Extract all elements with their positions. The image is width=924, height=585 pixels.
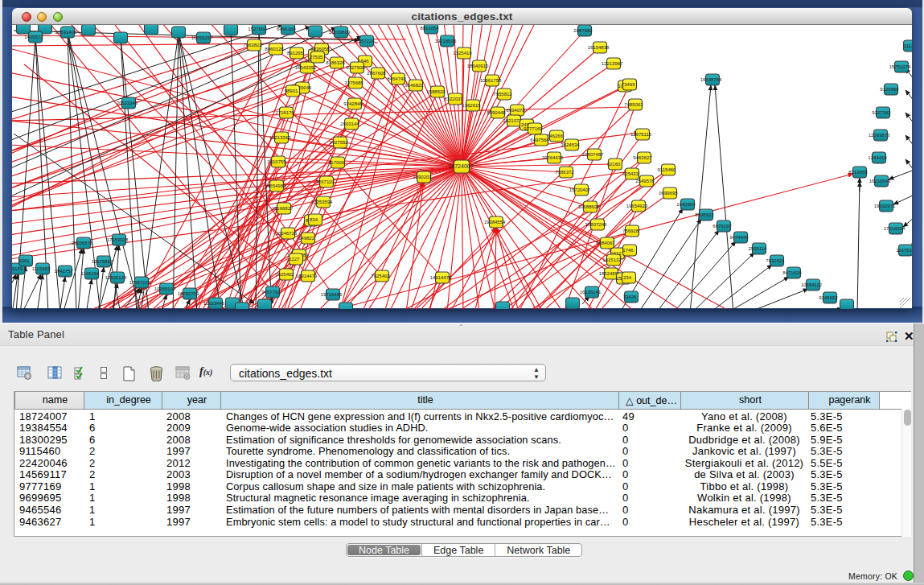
svg-text:13975867: 13975867: [92, 259, 113, 264]
svg-text:17016504: 17016504: [884, 226, 906, 231]
svg-text:1588520: 1588520: [426, 89, 446, 94]
svg-text:1640954: 1640954: [676, 202, 696, 207]
svg-text:19384554: 19384554: [484, 220, 506, 225]
svg-text:149822: 149822: [298, 236, 315, 241]
svg-text:3267110: 3267110: [316, 179, 335, 184]
svg-text:891295: 891295: [287, 51, 304, 56]
svg-text:116753: 116753: [896, 248, 912, 253]
svg-text:10961758: 10961758: [480, 78, 502, 83]
svg-text:8990448: 8990448: [487, 110, 506, 115]
svg-text:7357224: 7357224: [355, 39, 375, 43]
svg-text:20691406: 20691406: [55, 30, 77, 35]
svg-text:8322037: 8322037: [444, 97, 463, 101]
svg-text:17359928: 17359928: [107, 237, 129, 242]
svg-text:15751074: 15751074: [889, 64, 911, 69]
svg-text:3624534: 3624534: [561, 142, 580, 147]
svg-text:2603144: 2603144: [340, 122, 359, 126]
svg-text:33426: 33426: [623, 295, 637, 299]
svg-text:746266: 746266: [547, 134, 564, 138]
svg-text:10688609: 10688609: [578, 204, 600, 209]
svg-text:12093873: 12093873: [869, 133, 890, 138]
svg-text:10807487: 10807487: [582, 152, 604, 157]
svg-text:2718176: 2718176: [275, 110, 294, 115]
svg-text:7386372: 7386372: [555, 170, 574, 175]
svg-text:8813054: 8813054: [420, 26, 439, 31]
svg-text:12353594: 12353594: [311, 200, 333, 204]
svg-text:12975115: 12975115: [630, 132, 652, 137]
svg-text:14914479: 14914479: [430, 275, 452, 280]
svg-text:19166827: 19166827: [272, 206, 294, 211]
svg-text:12505135: 12505135: [105, 275, 127, 280]
svg-text:7625402: 7625402: [371, 274, 390, 278]
svg-text:8213955: 8213955: [848, 170, 868, 175]
svg-text:9327508: 9327508: [346, 65, 365, 70]
svg-text:234: 234: [623, 275, 632, 280]
svg-text:025433: 025433: [622, 171, 639, 176]
svg-text:1112: 1112: [904, 43, 912, 48]
svg-text:19654923: 19654923: [626, 204, 648, 208]
svg-text:10958107: 10958107: [154, 286, 176, 291]
svg-text:3427552: 3427552: [329, 140, 348, 145]
svg-text:8860128: 8860128: [265, 47, 284, 51]
svg-text:18724007: 18724007: [448, 163, 473, 169]
svg-text:20364436: 20364436: [542, 155, 564, 160]
svg-text:1115689: 1115689: [32, 266, 51, 271]
svg-text:8938923: 8938923: [695, 212, 714, 217]
svg-text:7485063: 7485063: [624, 102, 643, 107]
svg-text:20206576: 20206576: [72, 241, 93, 245]
svg-text:18640910: 18640910: [467, 64, 489, 68]
svg-text:8471626: 8471626: [782, 270, 802, 275]
svg-text:3375685: 3375685: [344, 80, 363, 85]
svg-text:12923446: 12923446: [203, 301, 225, 306]
svg-text:317006: 317006: [328, 160, 345, 165]
svg-text:16154838: 16154838: [588, 45, 610, 50]
svg-text:7955812: 7955812: [493, 92, 512, 97]
svg-text:16782759: 16782759: [178, 291, 199, 296]
svg-text:1244419: 1244419: [868, 155, 887, 160]
svg-text:2549578: 2549578: [635, 179, 655, 183]
svg-text:756928: 756928: [622, 229, 639, 233]
svg-text:6466160: 6466160: [277, 27, 296, 31]
svg-text:9129966: 9129966: [880, 87, 899, 92]
svg-text:9463627: 9463627: [633, 155, 652, 160]
svg-text:16648784: 16648784: [700, 77, 722, 82]
svg-text:1405572: 1405572: [24, 35, 43, 39]
svg-text:9227342: 9227342: [872, 110, 891, 115]
svg-text:1010755: 1010755: [267, 159, 286, 164]
svg-text:10655257: 10655257: [191, 35, 213, 40]
svg-text:12213967: 12213967: [602, 61, 623, 66]
svg-text:16543352: 16543352: [295, 65, 317, 70]
svg-text:7625402: 7625402: [275, 272, 294, 277]
svg-text:1621072: 1621072: [503, 118, 522, 123]
svg-text:1527602: 1527602: [248, 27, 267, 31]
svg-text:9245652: 9245652: [819, 295, 838, 300]
svg-text:2867608: 2867608: [367, 71, 386, 76]
svg-text:9084067: 9084067: [596, 241, 615, 245]
svg-text:15720407: 15720407: [569, 187, 591, 192]
svg-text:8454749: 8454749: [387, 76, 406, 81]
svg-text:39159: 39159: [12, 266, 23, 271]
svg-text:1325419: 1325419: [453, 51, 472, 56]
svg-text:7663822: 7663822: [243, 43, 262, 47]
svg-text:0699695: 0699695: [659, 191, 678, 196]
svg-text:9115460: 9115460: [658, 167, 677, 172]
svg-text:18807249: 18807249: [585, 222, 607, 227]
svg-text:19654983: 19654983: [265, 183, 286, 188]
svg-text:19692971: 19692971: [874, 204, 896, 208]
svg-text:2087682: 2087682: [573, 28, 593, 33]
svg-text:1942757: 1942757: [54, 269, 73, 274]
svg-text:9777169: 9777169: [524, 126, 543, 131]
svg-text:9242848: 9242848: [343, 101, 363, 106]
svg-text:8226058: 8226058: [310, 47, 330, 51]
svg-text:6934078: 6934078: [506, 108, 525, 113]
svg-text:2935114: 2935114: [749, 246, 768, 251]
svg-text:98901: 98901: [285, 89, 298, 93]
svg-text:17957223: 17957223: [129, 280, 151, 285]
svg-text:5061: 5061: [18, 258, 30, 263]
svg-text:1746: 1746: [622, 248, 634, 253]
svg-text:1615132: 1615132: [602, 257, 622, 262]
svg-text:73493: 73493: [622, 82, 635, 87]
svg-text:16033809: 16033809: [329, 30, 351, 35]
svg-text:16210643: 16210643: [869, 179, 891, 183]
svg-text:1145194: 1145194: [81, 271, 101, 276]
